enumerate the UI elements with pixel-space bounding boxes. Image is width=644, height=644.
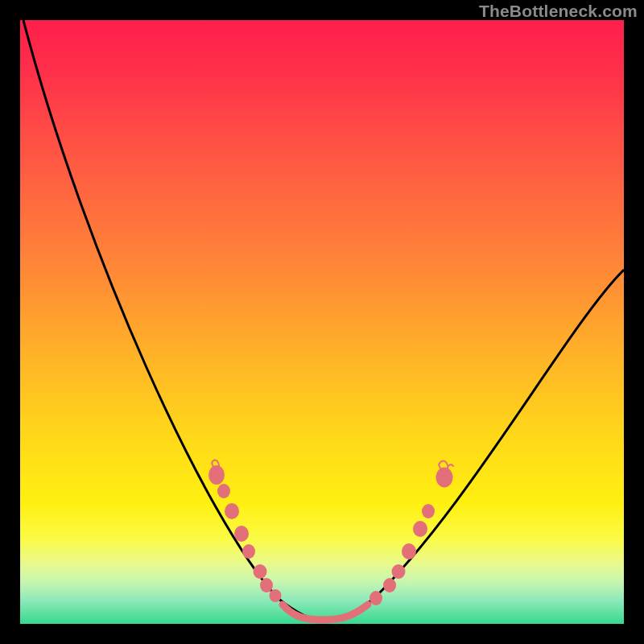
- plot-area: [20, 20, 624, 624]
- watermark-text: TheBottleneck.com: [479, 2, 638, 21]
- chart-frame: TheBottleneck.com: [0, 0, 644, 644]
